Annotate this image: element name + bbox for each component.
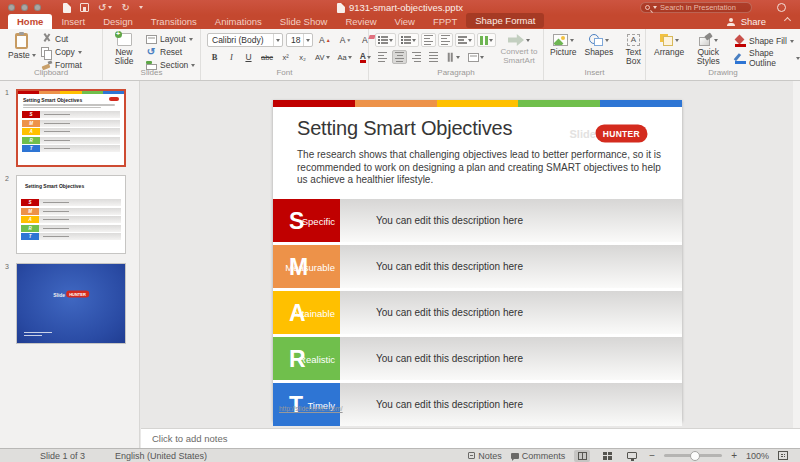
new-document-icon[interactable] bbox=[63, 3, 71, 13]
smart-row-measurable[interactable]: M Measurable You can edit this descripti… bbox=[273, 245, 682, 288]
smart-row-description[interactable]: You can edit this description here bbox=[376, 353, 523, 364]
smart-row-specific[interactable]: S Specific You can edit this description… bbox=[273, 199, 682, 242]
line-spacing-button[interactable] bbox=[455, 33, 475, 47]
subscript-button[interactable]: x₂ bbox=[295, 50, 310, 64]
slide-thumbnail-panel: 1 Setting Smart Objectives S M A R T 2 S… bbox=[0, 81, 140, 448]
window-close-button[interactable] bbox=[8, 4, 15, 11]
slide-editor[interactable]: Setting Smart Objectives Slide HUNTER Th… bbox=[273, 100, 682, 421]
shrink-font-button[interactable]: A▼ bbox=[337, 33, 355, 47]
decrease-indent-button[interactable] bbox=[421, 33, 436, 47]
align-left-button[interactable] bbox=[375, 50, 390, 64]
tab-home[interactable]: Home bbox=[8, 14, 52, 29]
share-button[interactable]: Share bbox=[727, 16, 800, 29]
redo-icon[interactable]: ↻ bbox=[121, 3, 129, 13]
align-right-button[interactable] bbox=[409, 50, 424, 64]
smart-row-description[interactable]: You can edit this description here bbox=[376, 399, 523, 410]
picture-button[interactable]: Picture bbox=[550, 34, 576, 67]
vertical-scrollbar[interactable] bbox=[793, 81, 800, 448]
undo-icon[interactable]: ↺ bbox=[98, 3, 112, 13]
slide-sorter-view-button[interactable] bbox=[599, 450, 615, 462]
customize-toolbar-icon[interactable] bbox=[139, 6, 143, 9]
align-center-button[interactable] bbox=[392, 50, 407, 64]
reset-button[interactable]: ↺ Reset bbox=[145, 46, 195, 58]
change-case-button[interactable]: Aa bbox=[335, 50, 355, 64]
copy-button[interactable]: Copy bbox=[40, 46, 82, 58]
zoom-out-button[interactable]: − bbox=[649, 452, 655, 460]
bold-button[interactable]: B bbox=[207, 50, 222, 64]
columns-button[interactable] bbox=[477, 33, 496, 47]
text-box-button[interactable]: A Text Box bbox=[621, 34, 645, 67]
ribbon-group-slides: New Slide Layout ↺ Reset Section Slides bbox=[103, 29, 201, 80]
shape-outline-button[interactable]: Shape Outline bbox=[734, 52, 800, 64]
character-spacing-button[interactable]: AV bbox=[312, 50, 332, 64]
smart-row-description[interactable]: You can edit this description here bbox=[376, 215, 523, 226]
slide-thumbnail-2[interactable]: Setting Smart Objectives S M A R T bbox=[16, 175, 126, 254]
tab-insert[interactable]: Insert bbox=[52, 14, 94, 29]
layout-button[interactable]: Layout bbox=[145, 33, 195, 45]
new-slide-button[interactable]: New Slide bbox=[109, 33, 139, 67]
numbering-button[interactable] bbox=[398, 33, 419, 47]
notes-toggle-button[interactable]: Notes bbox=[468, 451, 502, 461]
share-person-icon bbox=[727, 18, 736, 26]
slide-title[interactable]: Setting Smart Objectives bbox=[297, 117, 512, 140]
collapse-ribbon-icon[interactable] bbox=[784, 17, 791, 24]
colorbar-segment bbox=[518, 100, 600, 107]
save-icon[interactable] bbox=[80, 3, 89, 12]
quick-styles-button[interactable]: Quick Styles bbox=[694, 34, 722, 67]
zoom-in-button[interactable]: + bbox=[731, 452, 737, 460]
cut-button[interactable]: Cut bbox=[40, 33, 82, 45]
tab-design[interactable]: Design bbox=[94, 14, 142, 29]
search-input[interactable]: Search in Presentation bbox=[640, 2, 752, 13]
strikethrough-button[interactable]: abc bbox=[258, 50, 276, 64]
tab-fppt[interactable]: FPPT bbox=[424, 14, 466, 29]
editor-canvas[interactable]: Setting Smart Objectives Slide HUNTER Th… bbox=[141, 81, 793, 428]
smart-row-attainable[interactable]: A Attainable You can edit this descripti… bbox=[273, 291, 682, 334]
tab-view[interactable]: View bbox=[386, 14, 424, 29]
zoom-slider[interactable] bbox=[664, 454, 722, 457]
text-direction-button[interactable] bbox=[443, 50, 463, 64]
smart-row-description[interactable]: You can edit this description here bbox=[376, 261, 523, 272]
feedback-smiley-icon[interactable] bbox=[777, 3, 786, 12]
underline-button[interactable]: U bbox=[241, 50, 256, 64]
zoom-percentage[interactable]: 100% bbox=[746, 451, 769, 461]
window-zoom-button[interactable] bbox=[34, 4, 41, 11]
shapes-button[interactable]: Shapes bbox=[584, 34, 613, 67]
fit-slide-to-window-button[interactable] bbox=[778, 451, 788, 460]
italic-button[interactable]: I bbox=[224, 50, 239, 64]
font-size-select[interactable]: 18 bbox=[286, 33, 313, 47]
smart-row-realistic[interactable]: R Realistic You can edit this descriptio… bbox=[273, 337, 682, 380]
slide-sorter-icon bbox=[603, 452, 612, 460]
slidehunter-link[interactable]: http://slidehunter.com/ bbox=[279, 405, 343, 412]
document-icon bbox=[337, 3, 345, 13]
tab-animations[interactable]: Animations bbox=[206, 14, 271, 29]
language-indicator[interactable]: English (United States) bbox=[115, 451, 207, 461]
convert-to-smartart-button[interactable]: Convert to SmartArt bbox=[497, 34, 541, 66]
zoom-slider-knob[interactable] bbox=[690, 451, 700, 461]
justify-button[interactable] bbox=[426, 50, 441, 64]
comments-toggle-button[interactable]: Comments bbox=[511, 451, 566, 461]
slideshow-view-button[interactable] bbox=[624, 450, 640, 462]
window-minimize-button[interactable] bbox=[21, 4, 28, 11]
smart-row-description[interactable]: You can edit this description here bbox=[376, 307, 523, 318]
font-name-select[interactable]: Calibri (Body) bbox=[207, 33, 283, 47]
bullets-button[interactable] bbox=[375, 33, 396, 47]
superscript-button[interactable]: x² bbox=[278, 50, 293, 64]
notes-pane[interactable]: Click to add notes bbox=[141, 428, 800, 448]
slide-description[interactable]: The research shows that challenging obje… bbox=[297, 149, 669, 187]
group-label-clipboard: Clipboard bbox=[0, 68, 102, 77]
arrange-button[interactable]: Arrange bbox=[654, 34, 684, 67]
search-placeholder: Search in Presentation bbox=[660, 3, 736, 12]
paste-button[interactable]: Paste bbox=[8, 33, 36, 60]
slide-thumbnail-1[interactable]: Setting Smart Objectives S M A R T bbox=[16, 89, 126, 167]
slide-thumbnail-3[interactable]: Slide HUNTER bbox=[16, 263, 126, 344]
grow-font-button[interactable]: A▲ bbox=[316, 33, 334, 47]
shape-fill-button[interactable]: Shape Fill bbox=[734, 35, 800, 47]
increase-indent-button[interactable] bbox=[438, 33, 453, 47]
tab-shape-format[interactable]: Shape Format bbox=[466, 13, 544, 28]
align-text-button[interactable] bbox=[465, 50, 487, 64]
normal-view-button[interactable] bbox=[574, 450, 590, 462]
tab-review[interactable]: Review bbox=[336, 14, 385, 29]
smart-row-block: M Measurable bbox=[273, 245, 340, 288]
tab-transitions[interactable]: Transitions bbox=[142, 14, 206, 29]
tab-slide-show[interactable]: Slide Show bbox=[271, 14, 337, 29]
